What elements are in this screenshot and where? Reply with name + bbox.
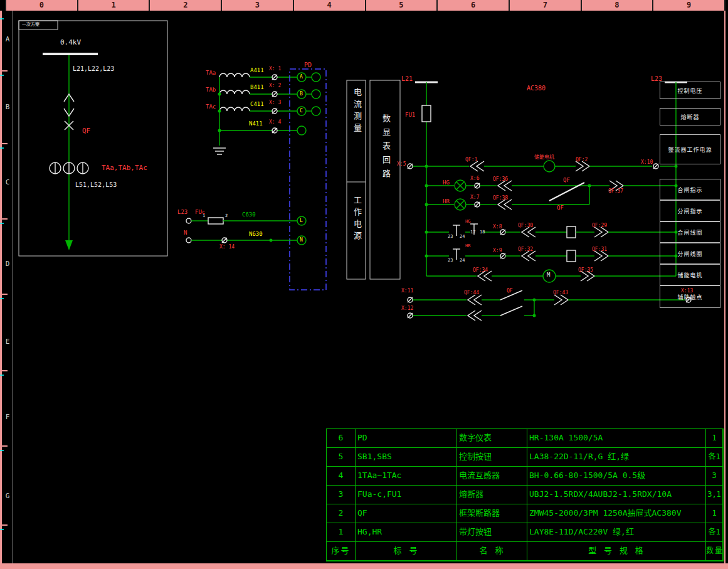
- bom-cell: LA38-22D-11/R,G 红,绿: [527, 448, 706, 467]
- motor-charge-label-label: 储能电机: [534, 155, 554, 160]
- bom-cell: 各1: [706, 448, 723, 467]
- cad-drawing-canvas: 0123456789: [0, 0, 728, 569]
- btn-23-close-label: 23: [448, 235, 453, 239]
- bom-cell: 4: [327, 467, 356, 486]
- bom-cell: LAY8E-11D/AC220V 绿,红: [527, 523, 706, 542]
- legend-box-6: 分闸线圈: [660, 243, 720, 264]
- breaker-qf-upper-label: QF: [563, 178, 570, 183]
- terminal-x6-label: X:6: [470, 176, 479, 181]
- btn-24-close-label: 24: [460, 235, 465, 239]
- bom-header-cell: 名 称: [457, 542, 527, 561]
- wire-c411-label: C411: [250, 102, 264, 107]
- sld-voltage-label: 0.4kV: [60, 39, 81, 46]
- wire-n411-label: N411: [249, 121, 263, 127]
- bom-cell: BH-0.66-80-1500/5A 0.5级: [527, 467, 706, 486]
- bom-cell: SB1,SBS: [356, 448, 457, 467]
- contact-qf1-label: QF:1: [465, 157, 477, 162]
- contact-qf31-label: QF:31: [592, 247, 607, 252]
- pd-in-l-label: L: [300, 218, 303, 223]
- bom-cell: FUa-c,FU1: [356, 486, 457, 504]
- bom-cell: UBJ2-1.5RDX/4AUBJ2-1.5RDX/10A: [527, 486, 706, 504]
- bom-table: 6PD数字仪表HR-130A 1500/5A15SB1,SBS控制按钮LA38-…: [326, 428, 724, 561]
- ct-taa-label: TAa: [206, 70, 216, 76]
- panel-working-power: 工作电源: [351, 196, 363, 243]
- sld-incoming-label: L21,L22,L23: [73, 66, 114, 72]
- ctrl-fu1-label: FU1: [405, 112, 415, 118]
- zone-letter-G: G: [3, 492, 12, 500]
- fuse-num-2-label: 2: [225, 214, 228, 218]
- contact-qf44-label: QF:44: [464, 290, 479, 295]
- contact-qf43-label: QF:43: [553, 290, 568, 295]
- pd-device-label: PD: [304, 62, 312, 68]
- terminal-x10-label: X:10: [641, 160, 653, 165]
- ct-tab-label: TAb: [206, 87, 216, 93]
- panel-meter-loop: 数显表回路: [380, 114, 392, 183]
- bom-cell: 1TAa~1TAc: [356, 467, 457, 486]
- legend-box-0: 控制电压: [660, 82, 720, 99]
- bom-cell: 1: [327, 523, 356, 542]
- sld-breaker-label: QF: [82, 127, 90, 134]
- bom-cell: ZMW45-2000/3PM 1250A抽屉式AC380V: [527, 504, 706, 523]
- breaker-qf-lower-label: QF: [557, 205, 564, 211]
- terminal-x1-label: X: 1: [269, 66, 281, 72]
- terminal-x12-label: X:12: [401, 306, 413, 311]
- wire-a411-label: A411: [250, 68, 264, 73]
- btn-18-label: 18: [480, 230, 485, 235]
- bom-cell: 3: [327, 486, 356, 504]
- bom-cell: QF: [356, 504, 457, 523]
- ctrl-l21-label: L21: [401, 76, 413, 82]
- legend-box-3: 合闸指示: [660, 179, 720, 200]
- bom-cell: 带灯按钮: [457, 523, 527, 542]
- power-l23-label: L23: [177, 210, 187, 215]
- bom-cell: 各1: [706, 523, 723, 542]
- lamp-hr-label: HR: [443, 199, 450, 205]
- zone-letter-A: A: [3, 35, 12, 43]
- bom-header-cell: 数量: [706, 542, 723, 561]
- bom-cell: 框架断路器: [457, 504, 527, 523]
- contact-qf34-label: QF:34: [473, 268, 488, 273]
- bom-cell: 数字仪表: [457, 429, 527, 448]
- legend-box-7: 储能电机: [660, 264, 720, 285]
- terminal-x8-label: X:8: [493, 225, 502, 230]
- legend-box-2: 整流器工作电源: [660, 134, 720, 164]
- aux-qf-label: QF: [507, 289, 513, 294]
- terminal-x5-label: X:5: [397, 162, 406, 167]
- terminal-x2-label: X: 2: [269, 83, 281, 88]
- contact-qf29-label: QF:29: [592, 223, 607, 228]
- contact-qf35-label: QF:35: [578, 268, 593, 273]
- button-hg-tag-label: HG: [465, 220, 470, 224]
- bom-cell: 1: [706, 504, 723, 523]
- sld-outgoing-label: L51,L52,L53: [75, 182, 117, 188]
- terminal-x14-label: X: 14: [219, 245, 235, 250]
- pd-in-c-label: C: [300, 109, 303, 114]
- btn-24-open-label: 24: [460, 258, 465, 263]
- contact-qf30-label: QF:30: [518, 223, 533, 228]
- sheet-border-bottom: [0, 563, 728, 569]
- terminal-x9-label: X:9: [493, 248, 502, 253]
- legend-box-4: 分闸指示: [660, 200, 720, 221]
- wire-c630-label: C630: [242, 212, 256, 218]
- bom-header-cell: 标 号: [356, 542, 457, 561]
- zone-letter-E: E: [3, 338, 12, 346]
- contact-qf2-label: QF:2: [576, 157, 588, 162]
- zone-letter-B: B: [3, 103, 12, 111]
- wire-b411-label: B411: [250, 85, 264, 90]
- zone-letter-D: D: [3, 260, 12, 268]
- panel-current-measure: 电流测量: [351, 88, 363, 136]
- bom-cell: PD: [356, 429, 457, 448]
- bom-cell: HR-130A 1500/5A: [527, 429, 706, 448]
- bom-cell: 电流互感器: [457, 467, 527, 486]
- bom-cell: 控制按钮: [457, 448, 527, 467]
- bom-cell: HG,HR: [356, 523, 457, 542]
- bom-header-cell: 序号: [327, 542, 356, 561]
- motor-m-label: M: [547, 272, 550, 278]
- terminal-x3-label: X: 3: [269, 100, 281, 105]
- pd-in-n-label: N: [300, 238, 303, 243]
- zone-letter-C: C: [3, 178, 12, 186]
- lamp-hg-label: HG: [443, 180, 450, 186]
- ct-tac-label: TAc: [206, 104, 216, 110]
- power-n-label: N: [184, 230, 187, 236]
- contact-qf36-label: QF:36: [493, 177, 508, 182]
- btn-17-label: 17: [470, 230, 475, 235]
- bom-cell: 1: [706, 429, 723, 448]
